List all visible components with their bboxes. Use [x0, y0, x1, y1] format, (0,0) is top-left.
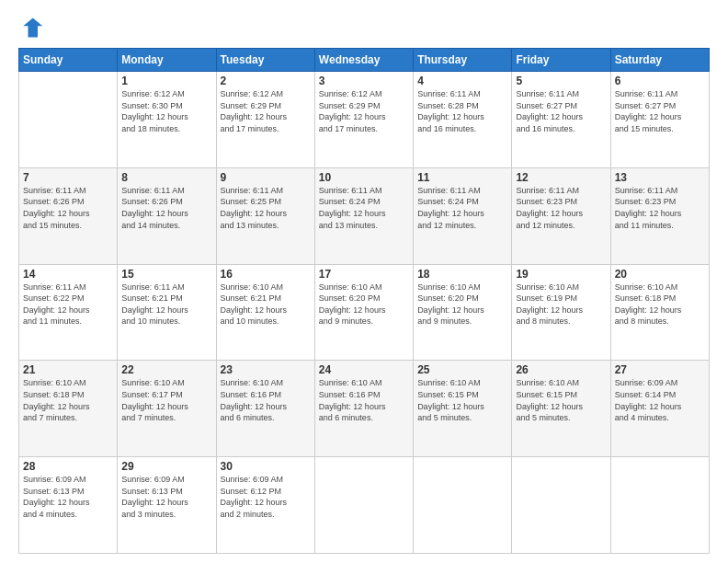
day-info: Sunrise: 6:12 AM Sunset: 6:29 PM Dayligh… — [221, 88, 311, 134]
day-number: 3 — [319, 75, 409, 87]
day-info: Sunrise: 6:11 AM Sunset: 6:26 PM Dayligh… — [23, 185, 113, 231]
day-cell: 17Sunrise: 6:10 AM Sunset: 6:20 PM Dayli… — [314, 264, 413, 361]
day-cell: 20Sunrise: 6:10 AM Sunset: 6:18 PM Dayli… — [610, 264, 709, 361]
day-cell — [512, 457, 610, 554]
day-cell: 21Sunrise: 6:10 AM Sunset: 6:18 PM Dayli… — [19, 361, 118, 457]
day-number: 16 — [221, 268, 311, 281]
day-cell: 12Sunrise: 6:11 AM Sunset: 6:23 PM Dayli… — [512, 167, 610, 264]
day-cell — [610, 457, 709, 554]
day-number: 1 — [121, 75, 211, 87]
day-number: 23 — [221, 363, 311, 376]
day-cell: 26Sunrise: 6:10 AM Sunset: 6:15 PM Dayli… — [512, 361, 610, 457]
day-cell: 14Sunrise: 6:11 AM Sunset: 6:22 PM Dayli… — [19, 264, 118, 361]
day-cell: 16Sunrise: 6:10 AM Sunset: 6:21 PM Dayli… — [216, 264, 314, 361]
day-number: 29 — [121, 460, 211, 473]
day-info: Sunrise: 6:11 AM Sunset: 6:23 PM Dayligh… — [615, 185, 705, 231]
day-cell: 1Sunrise: 6:12 AM Sunset: 6:30 PM Daylig… — [118, 72, 216, 168]
day-number: 24 — [319, 363, 409, 376]
day-number: 17 — [319, 268, 409, 281]
day-number: 2 — [221, 75, 311, 87]
day-number: 22 — [121, 363, 211, 376]
day-info: Sunrise: 6:10 AM Sunset: 6:15 PM Dayligh… — [417, 377, 507, 423]
day-info: Sunrise: 6:10 AM Sunset: 6:16 PM Dayligh… — [319, 377, 409, 423]
day-cell: 9Sunrise: 6:11 AM Sunset: 6:25 PM Daylig… — [216, 167, 314, 264]
day-number: 4 — [417, 75, 507, 87]
day-info: Sunrise: 6:11 AM Sunset: 6:26 PM Dayligh… — [121, 185, 211, 231]
day-number: 26 — [516, 363, 606, 376]
day-info: Sunrise: 6:12 AM Sunset: 6:29 PM Dayligh… — [319, 88, 409, 134]
day-cell: 19Sunrise: 6:10 AM Sunset: 6:19 PM Dayli… — [512, 264, 610, 361]
day-cell: 18Sunrise: 6:10 AM Sunset: 6:20 PM Dayli… — [414, 264, 512, 361]
day-info: Sunrise: 6:11 AM Sunset: 6:24 PM Dayligh… — [417, 185, 507, 231]
weekday-saturday: Saturday — [610, 49, 709, 72]
day-info: Sunrise: 6:10 AM Sunset: 6:21 PM Dayligh… — [221, 282, 311, 327]
day-cell — [314, 457, 413, 554]
day-cell: 3Sunrise: 6:12 AM Sunset: 6:29 PM Daylig… — [314, 72, 413, 168]
day-cell: 7Sunrise: 6:11 AM Sunset: 6:26 PM Daylig… — [19, 167, 118, 264]
weekday-sunday: Sunday — [19, 49, 118, 72]
weekday-friday: Friday — [512, 49, 610, 72]
logo — [18, 15, 48, 40]
week-row-5: 28Sunrise: 6:09 AM Sunset: 6:13 PM Dayli… — [19, 457, 710, 554]
day-cell — [19, 72, 118, 168]
day-info: Sunrise: 6:09 AM Sunset: 6:14 PM Dayligh… — [615, 377, 705, 423]
day-cell: 28Sunrise: 6:09 AM Sunset: 6:13 PM Dayli… — [19, 457, 118, 554]
day-number: 9 — [221, 171, 311, 184]
day-info: Sunrise: 6:09 AM Sunset: 6:12 PM Dayligh… — [221, 474, 311, 520]
header — [18, 15, 710, 40]
weekday-header-row: SundayMondayTuesdayWednesdayThursdayFrid… — [19, 49, 710, 72]
day-info: Sunrise: 6:12 AM Sunset: 6:30 PM Dayligh… — [121, 88, 211, 134]
weekday-thursday: Thursday — [414, 49, 512, 72]
day-number: 7 — [23, 171, 113, 184]
day-info: Sunrise: 6:11 AM Sunset: 6:21 PM Dayligh… — [121, 282, 211, 327]
day-info: Sunrise: 6:11 AM Sunset: 6:28 PM Dayligh… — [417, 88, 507, 134]
day-number: 8 — [121, 171, 211, 184]
day-cell: 24Sunrise: 6:10 AM Sunset: 6:16 PM Dayli… — [314, 361, 413, 457]
day-info: Sunrise: 6:11 AM Sunset: 6:27 PM Dayligh… — [615, 88, 705, 134]
weekday-tuesday: Tuesday — [216, 49, 314, 72]
day-number: 5 — [516, 75, 606, 87]
day-cell: 23Sunrise: 6:10 AM Sunset: 6:16 PM Dayli… — [216, 361, 314, 457]
week-row-2: 7Sunrise: 6:11 AM Sunset: 6:26 PM Daylig… — [19, 167, 710, 264]
day-info: Sunrise: 6:11 AM Sunset: 6:24 PM Dayligh… — [319, 185, 409, 231]
day-info: Sunrise: 6:10 AM Sunset: 6:20 PM Dayligh… — [319, 282, 409, 327]
day-cell: 8Sunrise: 6:11 AM Sunset: 6:26 PM Daylig… — [118, 167, 216, 264]
day-cell: 6Sunrise: 6:11 AM Sunset: 6:27 PM Daylig… — [610, 72, 709, 168]
day-cell: 27Sunrise: 6:09 AM Sunset: 6:14 PM Dayli… — [610, 361, 709, 457]
day-info: Sunrise: 6:09 AM Sunset: 6:13 PM Dayligh… — [23, 474, 113, 520]
day-cell: 25Sunrise: 6:10 AM Sunset: 6:15 PM Dayli… — [414, 361, 512, 457]
week-row-1: 1Sunrise: 6:12 AM Sunset: 6:30 PM Daylig… — [19, 72, 710, 168]
day-number: 6 — [615, 75, 705, 87]
day-number: 27 — [615, 363, 705, 376]
day-info: Sunrise: 6:10 AM Sunset: 6:19 PM Dayligh… — [516, 282, 606, 327]
day-cell — [414, 457, 512, 554]
day-cell: 2Sunrise: 6:12 AM Sunset: 6:29 PM Daylig… — [216, 72, 314, 168]
day-info: Sunrise: 6:10 AM Sunset: 6:15 PM Dayligh… — [516, 377, 606, 423]
day-info: Sunrise: 6:11 AM Sunset: 6:22 PM Dayligh… — [23, 282, 113, 327]
day-number: 21 — [23, 363, 113, 376]
day-info: Sunrise: 6:10 AM Sunset: 6:20 PM Dayligh… — [417, 282, 507, 327]
day-info: Sunrise: 6:11 AM Sunset: 6:27 PM Dayligh… — [516, 88, 606, 134]
week-row-4: 21Sunrise: 6:10 AM Sunset: 6:18 PM Dayli… — [19, 361, 710, 457]
day-info: Sunrise: 6:10 AM Sunset: 6:16 PM Dayligh… — [221, 377, 311, 423]
day-info: Sunrise: 6:11 AM Sunset: 6:23 PM Dayligh… — [516, 185, 606, 231]
day-number: 30 — [221, 460, 311, 473]
day-cell: 15Sunrise: 6:11 AM Sunset: 6:21 PM Dayli… — [118, 264, 216, 361]
day-info: Sunrise: 6:11 AM Sunset: 6:25 PM Dayligh… — [221, 185, 311, 231]
day-cell: 29Sunrise: 6:09 AM Sunset: 6:13 PM Dayli… — [118, 457, 216, 554]
day-info: Sunrise: 6:09 AM Sunset: 6:13 PM Dayligh… — [121, 474, 211, 520]
day-cell: 10Sunrise: 6:11 AM Sunset: 6:24 PM Dayli… — [314, 167, 413, 264]
logo-icon — [18, 15, 44, 40]
day-number: 19 — [516, 268, 606, 281]
day-number: 14 — [23, 268, 113, 281]
day-number: 20 — [615, 268, 705, 281]
day-number: 15 — [121, 268, 211, 281]
day-cell: 5Sunrise: 6:11 AM Sunset: 6:27 PM Daylig… — [512, 72, 610, 168]
day-info: Sunrise: 6:10 AM Sunset: 6:17 PM Dayligh… — [121, 377, 211, 423]
day-cell: 30Sunrise: 6:09 AM Sunset: 6:12 PM Dayli… — [216, 457, 314, 554]
day-number: 28 — [23, 460, 113, 473]
day-number: 25 — [417, 363, 507, 376]
day-cell: 13Sunrise: 6:11 AM Sunset: 6:23 PM Dayli… — [610, 167, 709, 264]
day-info: Sunrise: 6:10 AM Sunset: 6:18 PM Dayligh… — [23, 377, 113, 423]
day-cell: 4Sunrise: 6:11 AM Sunset: 6:28 PM Daylig… — [414, 72, 512, 168]
